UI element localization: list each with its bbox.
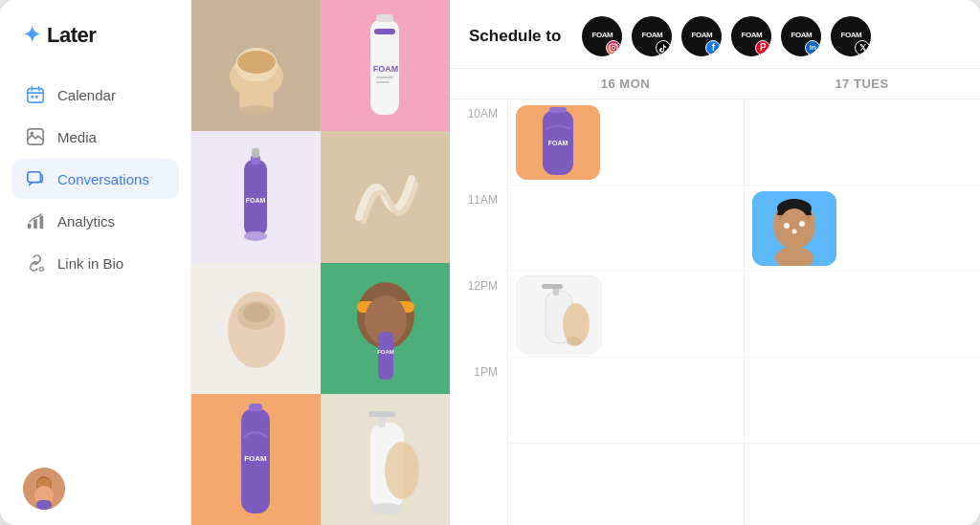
social-avatar-twitter[interactable]: FOAM 𝕏: [829, 14, 873, 58]
analytics-icon: [25, 210, 46, 231]
svg-point-73: [784, 223, 790, 229]
social-avatar-facebook[interactable]: FOAM f: [679, 14, 724, 58]
svg-point-54: [385, 442, 419, 499]
svg-point-72: [779, 208, 810, 247]
svg-rect-6: [28, 224, 32, 229]
sidebar-item-label: Calendar: [57, 87, 116, 103]
svg-rect-8: [40, 216, 44, 230]
mon-12pm-slot[interactable]: [508, 272, 744, 358]
svg-point-18: [237, 51, 276, 74]
mon-1pm-slot[interactable]: [508, 358, 744, 444]
social-avatar-pinterest[interactable]: FOAM P: [729, 14, 773, 58]
svg-rect-27: [376, 14, 393, 22]
monday-column: FOAM: [507, 99, 744, 525]
svg-point-38: [243, 303, 270, 322]
sidebar-item-calendar[interactable]: Calendar: [11, 75, 179, 115]
svg-rect-7: [33, 219, 37, 229]
tues-10am-slot[interactable]: [745, 99, 980, 186]
calendar-icon: [25, 84, 46, 105]
foam-label: FOAM: [592, 32, 613, 40]
tues-1pm-slot[interactable]: [745, 358, 980, 444]
calendar-header: 16 MON 17 TUES: [450, 69, 980, 99]
tues-11am-slot[interactable]: [745, 186, 980, 272]
topbar: Schedule to FOAM FOAM: [450, 0, 980, 69]
conversations-icon: [25, 168, 46, 189]
mon-11am-slot[interactable]: [508, 186, 744, 272]
svg-rect-26: [376, 81, 390, 83]
media-cell-4[interactable]: [321, 131, 450, 262]
social-avatars: FOAM FOAM FOAM f: [580, 14, 873, 58]
time-12pm: 12PM: [450, 272, 507, 358]
social-avatar-tiktok[interactable]: FOAM: [630, 14, 674, 58]
avatar[interactable]: [23, 468, 65, 510]
media-cell-8[interactable]: [321, 394, 450, 525]
svg-text:FOAM: FOAM: [246, 197, 266, 204]
foam-label: FOAM: [692, 32, 713, 40]
svg-point-4: [31, 132, 34, 136]
link-icon: [25, 252, 46, 273]
day-header-mon: 16 MON: [507, 77, 744, 91]
media-cell-5[interactable]: [191, 263, 321, 394]
foam-label: FOAM: [841, 32, 862, 40]
social-avatar-linkedin[interactable]: FOAM in: [779, 14, 823, 58]
svg-point-53: [370, 503, 403, 514]
svg-rect-48: [249, 404, 262, 411]
calendar-body: 10AM 11AM 12PM 1PM FOAM: [450, 99, 980, 525]
time-column: 10AM 11AM 12PM 1PM: [450, 99, 507, 525]
svg-rect-25: [376, 77, 393, 78]
media-icon: [25, 126, 46, 147]
svg-rect-52: [368, 411, 395, 417]
svg-point-74: [799, 221, 805, 227]
svg-point-67: [567, 337, 582, 346]
svg-rect-43: [378, 332, 393, 380]
schedule-to-label: Schedule to: [469, 27, 561, 46]
tues-12pm-slot[interactable]: [745, 272, 980, 358]
app-window: ✦ Later Calendar: [0, 0, 980, 525]
user-avatar-area: [0, 456, 190, 510]
time-10am: 10AM: [450, 99, 507, 186]
tiktok-badge: [656, 40, 671, 55]
logo-icon: ✦: [23, 25, 40, 46]
svg-point-20: [239, 105, 274, 115]
mon-10am-slot[interactable]: FOAM: [508, 99, 744, 186]
media-cell-6[interactable]: FOAM: [321, 263, 450, 394]
instagram-badge: [606, 40, 621, 55]
calendar-area: 16 MON 17 TUES 10AM 11AM 12PM 1PM: [450, 69, 980, 525]
svg-text:FOAM: FOAM: [373, 64, 399, 74]
svg-rect-61: [549, 107, 567, 113]
twitter-badge: 𝕏: [855, 40, 870, 55]
facebook-badge: f: [705, 40, 721, 55]
media-cell-2[interactable]: FOAM: [321, 0, 450, 131]
sidebar-item-label: Media: [57, 129, 97, 145]
svg-rect-65: [542, 284, 563, 289]
svg-point-75: [792, 230, 797, 234]
svg-rect-5: [28, 172, 41, 183]
svg-rect-31: [252, 148, 259, 158]
svg-text:FOAM: FOAM: [244, 454, 267, 463]
foam-label: FOAM: [791, 32, 813, 40]
day-header-tues: 17 TUES: [744, 77, 980, 91]
main-content: Schedule to FOAM FOAM: [450, 0, 980, 525]
sidebar-item-media[interactable]: Media: [11, 117, 179, 157]
sidebar-item-link-in-bio[interactable]: Link in Bio: [11, 243, 179, 283]
social-avatar-instagram[interactable]: FOAM: [580, 14, 624, 58]
media-cell-3[interactable]: FOAM: [191, 131, 321, 262]
svg-point-33: [244, 231, 267, 241]
tues-11am-event[interactable]: [752, 191, 836, 266]
svg-rect-0: [28, 89, 43, 103]
sidebar-item-conversations[interactable]: Conversations: [11, 159, 179, 199]
mon-12pm-event[interactable]: [516, 275, 602, 354]
media-cell-1[interactable]: [191, 0, 321, 131]
svg-rect-14: [36, 500, 52, 510]
media-cell-7[interactable]: FOAM: [191, 394, 321, 525]
svg-rect-1: [31, 96, 33, 98]
sidebar-item-label: Conversations: [57, 171, 149, 187]
mon-10am-event[interactable]: FOAM: [516, 105, 600, 180]
nav: Calendar Media: [0, 75, 190, 456]
sidebar-item-label: Link in Bio: [57, 255, 123, 272]
svg-text:FOAM: FOAM: [548, 140, 568, 146]
svg-rect-2: [35, 96, 38, 98]
sidebar-item-analytics[interactable]: Analytics: [11, 201, 179, 241]
media-grid: FOAM FOAM: [191, 0, 450, 525]
svg-point-56: [612, 46, 616, 50]
